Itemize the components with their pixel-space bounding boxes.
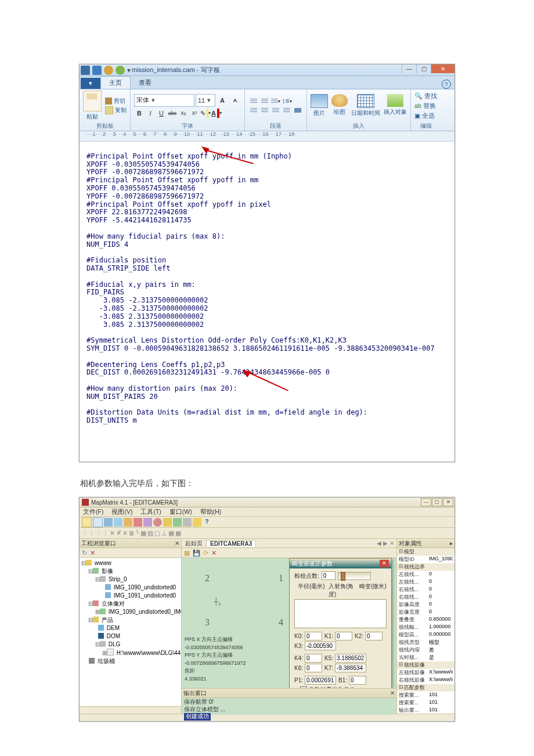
font-color-button[interactable]: A▾	[211, 109, 222, 118]
toolbar-icon[interactable]	[114, 518, 122, 527]
toolbar-icon[interactable]: ▦	[175, 530, 181, 537]
p1-input[interactable]	[305, 676, 336, 685]
align-right-button[interactable]	[270, 106, 281, 115]
font-size-combo[interactable]: 11▾	[196, 94, 215, 107]
italic-button[interactable]: I	[145, 109, 156, 118]
redo-icon[interactable]	[116, 66, 125, 75]
dialog-titlebar[interactable]: 畸变差改正参数 ✕	[290, 559, 391, 568]
toolbar-icon[interactable]: ⊥	[161, 530, 167, 537]
save-icon[interactable]	[104, 518, 113, 527]
minimize-button[interactable]: —	[421, 498, 431, 506]
toolbar-icon[interactable]	[183, 518, 192, 527]
paragraph-settings-button[interactable]	[293, 106, 303, 115]
toolbar-icon[interactable]: ▦	[168, 530, 174, 537]
maximize-button[interactable]: ▢	[432, 498, 442, 506]
toolbar-icon[interactable]: ⋮⋮	[96, 530, 109, 537]
toolbar-icon[interactable]	[153, 518, 162, 527]
line-spacing-button[interactable]: ↕≡▾	[282, 96, 292, 106]
paste-icon[interactable]	[83, 91, 102, 111]
rows-slider[interactable]	[338, 572, 371, 580]
increase-indent-button[interactable]	[259, 96, 270, 106]
superscript-button[interactable]: X²	[189, 109, 200, 118]
save-icon[interactable]	[92, 66, 102, 75]
underline-button[interactable]: U	[156, 109, 167, 118]
output-text[interactable]: 保存航带 0! 保存立体模型 ... 创建成功	[182, 698, 396, 715]
unit-checkbox[interactable]: 参数以毫米为单位	[300, 686, 355, 688]
panel-pin-icon[interactable]: ▸	[450, 540, 453, 546]
k0-input[interactable]	[305, 632, 322, 640]
tab-editcamera[interactable]: EDITCAMERA3	[206, 540, 256, 547]
toolbar-icon[interactable]	[163, 518, 172, 527]
copy-button[interactable]: 复制	[105, 106, 127, 114]
toolbar-icon[interactable]: ⋮⋮	[82, 530, 95, 537]
tab-startpage[interactable]: 起始页	[182, 539, 206, 548]
file-tab[interactable]: ▾	[81, 78, 100, 89]
menu-tool[interactable]: 工具(T)	[140, 508, 161, 516]
insert-datetime-button[interactable]: 日期和时间	[351, 94, 380, 117]
k3-input[interactable]	[305, 642, 336, 650]
k1-input[interactable]	[335, 632, 352, 640]
insert-object-button[interactable]: 插入对象	[384, 94, 407, 117]
document-editor[interactable]: #Principal Point Offset xpoff ypoff in m…	[80, 142, 454, 462]
help-icon[interactable]: ?	[442, 80, 451, 89]
toolbar-icon[interactable]	[193, 518, 201, 527]
qat-customize[interactable]: ▾	[127, 66, 131, 74]
selectall-button[interactable]: ▣全选	[414, 111, 437, 120]
panel-close-icon[interactable]: ✕	[390, 690, 395, 696]
k2-input[interactable]	[365, 632, 383, 640]
tab-nav[interactable]: ◀ ▶ ✕	[374, 540, 396, 546]
tab-home[interactable]: 主页	[100, 76, 131, 89]
find-button[interactable]: 🔍查找	[414, 92, 437, 100]
menu-window[interactable]: 窗口(W)	[169, 508, 192, 516]
toolbar-icon[interactable]: ▦	[184, 549, 190, 556]
k5-input[interactable]	[335, 654, 366, 663]
bold-button[interactable]: B	[134, 109, 145, 118]
help-icon[interactable]: ?	[203, 518, 211, 527]
toolbar-icon[interactable]: ✕	[122, 530, 128, 537]
minimize-button[interactable]: —	[402, 64, 416, 73]
close-button[interactable]: ✕	[431, 64, 454, 73]
toolbar-icon[interactable]: ▦	[140, 530, 146, 537]
k4-input[interactable]	[305, 654, 322, 663]
grow-font-button[interactable]: A	[217, 95, 228, 106]
toolbar-icon[interactable]: ⟳	[203, 549, 208, 556]
toolbar-icon[interactable]	[124, 518, 132, 527]
close-button[interactable]: ✕	[443, 498, 453, 506]
strike-button[interactable]: abc	[167, 109, 178, 118]
align-center-button[interactable]	[259, 106, 270, 115]
replace-button[interactable]: ab替换	[414, 102, 437, 110]
toolbar-icon[interactable]: ✕	[110, 530, 115, 537]
toolbar-icon[interactable]	[134, 518, 142, 527]
fiducial-canvas[interactable]: 2 1 3 4 ┼5 PPS X 方向主点偏移 -0.0305505745394…	[182, 558, 289, 688]
menu-view[interactable]: 视图(V)	[111, 508, 132, 516]
k7-input[interactable]	[335, 664, 366, 672]
toolbar-icon[interactable]	[173, 518, 182, 527]
toolbar-icon[interactable]: ╰	[135, 530, 139, 537]
tab-view[interactable]: 查看	[131, 77, 160, 89]
shrink-font-button[interactable]: A	[229, 95, 241, 106]
refresh-icon[interactable]: ↻	[82, 549, 87, 556]
toolbar-icon[interactable]: ▢	[154, 530, 160, 537]
b1-input[interactable]	[349, 676, 366, 685]
delete-icon[interactable]: ✕	[90, 549, 95, 556]
subscript-button[interactable]: X₂	[178, 109, 189, 118]
toolbar-icon[interactable]: ▨	[147, 530, 153, 537]
toolbar-icon[interactable]: ✕̄	[116, 530, 121, 537]
maximize-button[interactable]: ▢	[416, 64, 431, 73]
new-icon[interactable]	[82, 517, 92, 527]
menu-help[interactable]: 帮助(H)	[200, 508, 222, 516]
font-name-combo[interactable]: 宋体▾	[134, 94, 194, 107]
bullets-button[interactable]: ▾	[270, 96, 281, 106]
dialog-close-icon[interactable]: ✕	[380, 560, 389, 567]
highlight-button[interactable]: ✎▾	[200, 109, 211, 118]
k6-input[interactable]	[305, 664, 322, 672]
menu-file[interactable]: 文件(F)	[83, 508, 103, 516]
delete-icon[interactable]: ✕	[211, 549, 217, 556]
insert-image-button[interactable]: 图片	[311, 94, 328, 117]
scrollbar[interactable]	[80, 706, 181, 714]
align-left-button[interactable]	[248, 106, 259, 115]
decrease-indent-button[interactable]	[248, 96, 259, 106]
save-icon[interactable]: 💾	[193, 549, 200, 557]
calibration-list[interactable]	[294, 599, 387, 628]
cut-button[interactable]: 剪切	[105, 97, 127, 105]
